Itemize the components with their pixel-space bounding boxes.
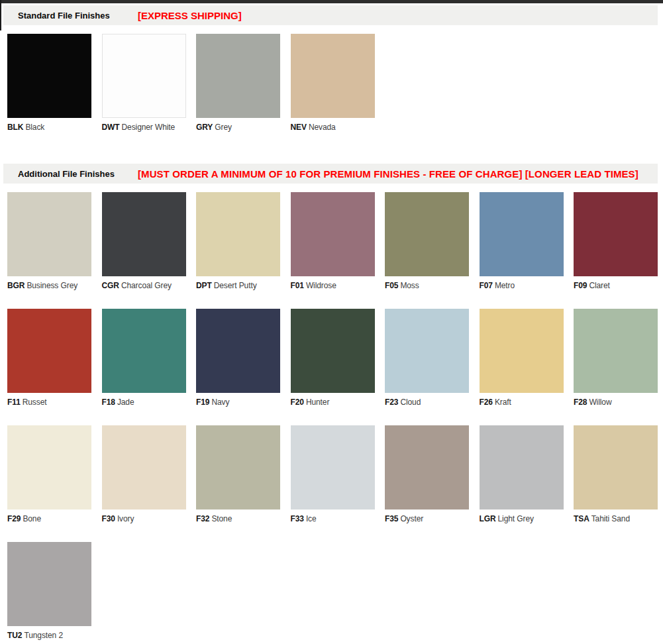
swatch-label: F19Navy (196, 398, 291, 407)
swatch-tile[interactable] (480, 425, 564, 510)
swatch-label: LGRLight Grey (480, 514, 574, 523)
swatch-code: F33 (291, 514, 304, 523)
swatch-label: F32Stone (196, 514, 291, 523)
swatch-label: DWTDesigner White (102, 123, 197, 132)
swatch-tile[interactable] (291, 34, 375, 118)
swatch-tile[interactable] (102, 309, 186, 393)
swatch-label: F09Claret (574, 281, 663, 290)
swatch-f28[interactable]: F28Willow (574, 309, 663, 425)
swatch-label: TSATahiti Sand (574, 514, 663, 523)
swatch-blk[interactable]: BLKBlack (7, 34, 102, 150)
swatch-label: F30Ivory (102, 514, 197, 523)
top-border-bar (0, 0, 663, 3)
swatch-tile[interactable] (7, 425, 91, 510)
swatch-label: GRYGrey (196, 123, 291, 132)
swatch-code: CGR (102, 281, 119, 290)
swatch-f23[interactable]: F23Cloud (385, 309, 480, 425)
swatch-code: F11 (7, 398, 21, 407)
swatch-code: F01 (291, 281, 304, 290)
swatch-code: BGR (7, 281, 25, 290)
swatch-tile[interactable] (385, 425, 469, 510)
swatch-name: Light Grey (498, 514, 534, 523)
swatch-tile[interactable] (196, 309, 280, 393)
swatch-tu2[interactable]: TU2Tungsten 2 (7, 542, 102, 644)
section-title-additional: Additional File Finishes (18, 169, 115, 179)
swatch-f20[interactable]: F20Hunter (291, 309, 385, 425)
swatch-label: F01Wildrose (291, 281, 385, 290)
swatch-name: Metro (495, 281, 515, 290)
swatch-tile[interactable] (196, 34, 280, 118)
swatch-f26[interactable]: F26Kraft (480, 309, 574, 425)
swatch-tile[interactable] (102, 192, 186, 276)
swatch-tile[interactable] (7, 542, 91, 626)
section-note-minimum-order: [MUST ORDER A MINIMUM OF 10 FOR PREMIUM … (138, 168, 638, 180)
swatch-code: TU2 (7, 631, 22, 640)
swatch-code: F20 (291, 398, 304, 407)
swatch-f29[interactable]: F29Bone (7, 425, 102, 542)
swatch-f18[interactable]: F18Jade (102, 309, 197, 425)
standard-swatch-grid: BLKBlack DWTDesigner White GRYGrey NEVNe… (7, 34, 663, 150)
swatch-name: Jade (117, 398, 134, 407)
swatch-label: F18Jade (102, 398, 197, 407)
swatch-tile[interactable] (102, 425, 186, 510)
swatch-tile[interactable] (196, 192, 280, 276)
swatch-label: F29Bone (7, 514, 102, 523)
swatch-code: DPT (196, 281, 212, 290)
swatch-tile[interactable] (480, 192, 564, 276)
swatch-label: F23Cloud (385, 398, 480, 407)
swatch-code: F18 (102, 398, 115, 407)
swatch-f19[interactable]: F19Navy (196, 309, 291, 425)
swatch-name: Oyster (400, 514, 423, 523)
swatch-f07[interactable]: F07Metro (480, 192, 574, 309)
swatch-tsa[interactable]: TSATahiti Sand (574, 425, 663, 542)
swatch-label: F35Oyster (385, 514, 480, 523)
swatch-tile[interactable] (385, 192, 469, 276)
swatch-f05[interactable]: F05Moss (385, 192, 480, 309)
swatch-tile[interactable] (7, 34, 91, 118)
swatch-label: CGRCharcoal Grey (102, 281, 197, 290)
swatch-label: TU2Tungsten 2 (7, 631, 102, 640)
swatch-tile[interactable] (291, 425, 375, 510)
swatch-tile[interactable] (102, 34, 186, 118)
swatch-name: Willow (589, 398, 611, 407)
swatch-f11[interactable]: F11Russet (7, 309, 102, 425)
swatch-bgr[interactable]: BGRBusiness Grey (7, 192, 102, 309)
swatch-label: NEVNevada (291, 123, 385, 132)
swatch-name: Claret (589, 281, 609, 290)
swatch-tile[interactable] (385, 309, 469, 393)
swatch-f32[interactable]: F32Stone (196, 425, 291, 542)
swatch-f30[interactable]: F30Ivory (102, 425, 197, 542)
swatch-code: BLK (7, 123, 23, 132)
swatch-f35[interactable]: F35Oyster (385, 425, 480, 542)
swatch-f33[interactable]: F33Ice (291, 425, 385, 542)
swatch-name: Hunter (306, 398, 329, 407)
swatch-code: F32 (196, 514, 209, 523)
swatch-f01[interactable]: F01Wildrose (291, 192, 385, 309)
swatch-tile[interactable] (480, 309, 564, 393)
swatch-tile[interactable] (196, 425, 280, 510)
swatch-gry[interactable]: GRYGrey (196, 34, 291, 150)
swatch-cgr[interactable]: CGRCharcoal Grey (102, 192, 197, 309)
left-border-notch (0, 0, 1, 30)
swatch-dpt[interactable]: DPTDesert Putty (196, 192, 291, 309)
swatch-tile[interactable] (7, 309, 91, 393)
swatch-name: Tahiti Sand (591, 514, 630, 523)
swatch-tile[interactable] (574, 192, 658, 276)
swatch-dwt[interactable]: DWTDesigner White (102, 34, 197, 150)
swatch-tile[interactable] (574, 425, 658, 510)
swatch-nev[interactable]: NEVNevada (291, 34, 385, 150)
swatch-tile[interactable] (7, 192, 91, 276)
file-finishes-page: Standard File Finishes [EXPRESS SHIPPING… (0, 0, 663, 644)
swatch-tile[interactable] (574, 309, 658, 393)
swatch-label: F20Hunter (291, 398, 385, 407)
swatch-code: F30 (102, 514, 115, 523)
swatch-tile[interactable] (291, 192, 375, 276)
section-header-standard: Standard File Finishes [EXPRESS SHIPPING… (3, 5, 658, 25)
swatch-f09[interactable]: F09Claret (574, 192, 663, 309)
swatch-lgr[interactable]: LGRLight Grey (480, 425, 574, 542)
swatch-tile[interactable] (291, 309, 375, 393)
swatch-name: Wildrose (306, 281, 336, 290)
swatch-code: GRY (196, 123, 213, 132)
swatch-name: Nevada (309, 123, 336, 132)
swatch-name: Desert Putty (214, 281, 257, 290)
